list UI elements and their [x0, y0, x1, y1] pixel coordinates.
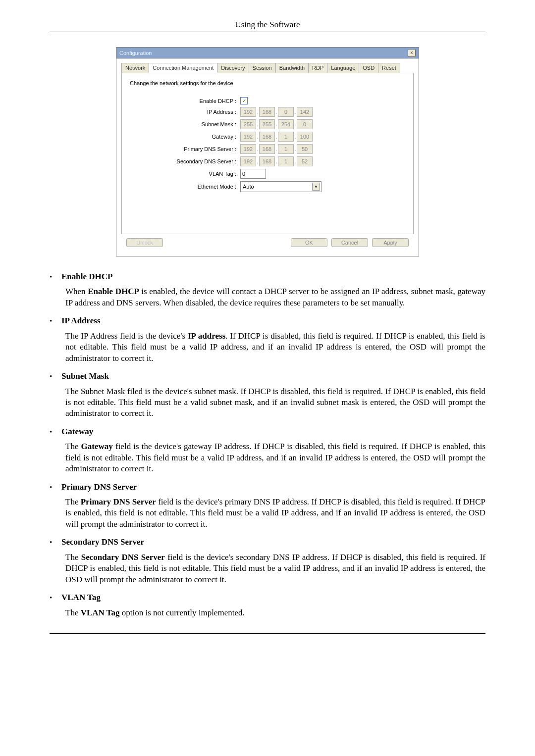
doc-item: •Enable DHCPWhen Enable DHCP is enabled,…: [50, 271, 485, 308]
doc-item: •VLAN TagThe VLAN Tag option is not curr…: [50, 592, 485, 618]
doc-item: •GatewayThe Gateway field is the device'…: [50, 426, 485, 475]
ip-octet: 168: [259, 156, 275, 166]
doc-item-text: When Enable DHCP is enabled, the device …: [65, 286, 485, 308]
input-gateway[interactable]: 192. 168. 1. 100: [240, 132, 313, 142]
tab-strip: Network Connection Management Discovery …: [121, 63, 414, 73]
ip-octet: 0: [278, 107, 294, 117]
doc-item-title: IP Address: [61, 315, 101, 326]
ip-octet: 192: [240, 132, 256, 142]
tab-discovery[interactable]: Discovery: [217, 63, 249, 73]
doc-item-text: The Subnet Mask filed is the device's su…: [65, 386, 485, 419]
doc-item-text: The IP Address field is the device's IP …: [65, 331, 485, 364]
label-gateway: Gateway :: [130, 134, 236, 140]
label-enable-dhcp: Enable DHCP :: [130, 98, 236, 104]
tab-bandwidth[interactable]: Bandwidth: [275, 63, 309, 73]
tab-osd[interactable]: OSD: [359, 63, 378, 73]
checkbox-enable-dhcp[interactable]: ✓: [240, 97, 248, 104]
bullet-icon: •: [50, 273, 53, 281]
doc-item-text: The Primary DNS Server field is the devi…: [65, 497, 485, 530]
cancel-button[interactable]: Cancel: [331, 238, 368, 247]
ip-octet: 1: [278, 156, 294, 166]
input-subnet-mask[interactable]: 255. 255. 254. 0: [240, 119, 313, 129]
configuration-dialog: Configuration x Network Connection Manag…: [116, 47, 419, 256]
ip-octet: 192: [240, 156, 256, 166]
doc-item-title: Subnet Mask: [61, 371, 109, 382]
doc-item-title: VLAN Tag: [61, 592, 101, 603]
bullet-icon: •: [50, 373, 53, 380]
input-vlan-tag[interactable]: 0: [240, 169, 266, 179]
ip-octet: 52: [297, 156, 313, 166]
tab-language[interactable]: Language: [327, 63, 359, 73]
ip-octet: 0: [297, 119, 313, 129]
bullet-icon: •: [50, 594, 53, 602]
tab-session[interactable]: Session: [249, 63, 276, 73]
tab-network[interactable]: Network: [121, 63, 149, 73]
doc-item: •Secondary DNS ServerThe Secondary DNS S…: [50, 537, 485, 585]
input-primary-dns[interactable]: 192. 168. 1. 50: [240, 144, 313, 154]
doc-item-title: Primary DNS Server: [61, 482, 137, 493]
ip-octet: 142: [297, 107, 313, 117]
ip-octet: 255: [259, 119, 275, 129]
ip-octet: 50: [297, 144, 313, 154]
chevron-down-icon: ▼: [312, 183, 320, 191]
ip-octet: 254: [278, 119, 294, 129]
select-ethernet-mode[interactable]: Auto ▼: [240, 181, 321, 192]
doc-item-text: The Secondary DNS Server field is the de…: [65, 552, 485, 585]
ip-octet: 192: [240, 144, 256, 154]
doc-item: •Primary DNS ServerThe Primary DNS Serve…: [50, 482, 485, 530]
tab-rdp[interactable]: RDP: [308, 63, 327, 73]
apply-button[interactable]: Apply: [372, 238, 409, 247]
bullet-icon: •: [50, 428, 53, 436]
label-subnet-mask: Subnet Mask :: [130, 121, 236, 127]
bullet-icon: •: [50, 539, 53, 546]
bullet-icon: •: [50, 317, 53, 325]
doc-item: •IP AddressThe IP Address field is the d…: [50, 315, 485, 364]
label-vlan-tag: VLAN Tag :: [130, 171, 236, 177]
label-ip-address: IP Address :: [130, 109, 236, 115]
label-primary-dns: Primary DNS Server :: [130, 146, 236, 152]
input-secondary-dns[interactable]: 192. 168. 1. 52: [240, 156, 313, 166]
document-body: •Enable DHCPWhen Enable DHCP is enabled,…: [50, 271, 485, 618]
doc-item-title: Enable DHCP: [61, 271, 112, 282]
footer-rule: [50, 633, 485, 634]
ip-octet: 168: [259, 107, 275, 117]
unlock-button[interactable]: Unlock: [126, 238, 163, 247]
select-value: Auto: [243, 184, 254, 190]
doc-item: •Subnet MaskThe Subnet Mask filed is the…: [50, 371, 485, 419]
ip-octet: 255: [240, 119, 256, 129]
dialog-title: Configuration: [119, 50, 152, 56]
ip-octet: 168: [259, 144, 275, 154]
dialog-titlebar: Configuration x: [116, 48, 419, 58]
tab-connection-management[interactable]: Connection Management: [149, 63, 217, 73]
header-rule: [50, 32, 485, 32]
ip-octet: 1: [278, 132, 294, 142]
doc-item-text: The VLAN Tag option is not currently imp…: [65, 607, 485, 618]
ip-octet: 100: [297, 132, 313, 142]
doc-item-title: Gateway: [61, 426, 93, 437]
page-header: Using the Software: [50, 20, 485, 30]
doc-item-text: The Gateway field is the device's gatewa…: [65, 441, 485, 474]
input-ip-address[interactable]: 192. 168. 0. 142: [240, 107, 313, 117]
doc-item-title: Secondary DNS Server: [61, 537, 144, 548]
close-icon[interactable]: x: [408, 49, 416, 57]
ip-octet: 192: [240, 107, 256, 117]
tab-content: Change the network settings for the devi…: [121, 73, 414, 234]
label-secondary-dns: Secondary DNS Server :: [130, 158, 236, 164]
label-ethernet-mode: Ethernet Mode :: [130, 184, 236, 190]
bullet-icon: •: [50, 484, 53, 491]
ip-octet: 168: [259, 132, 275, 142]
dialog-footer: Unlock OK Cancel Apply: [121, 234, 414, 252]
tab-description: Change the network settings for the devi…: [130, 80, 405, 86]
ip-octet: 1: [278, 144, 294, 154]
tab-reset[interactable]: Reset: [378, 63, 400, 73]
ok-button[interactable]: OK: [291, 238, 327, 247]
